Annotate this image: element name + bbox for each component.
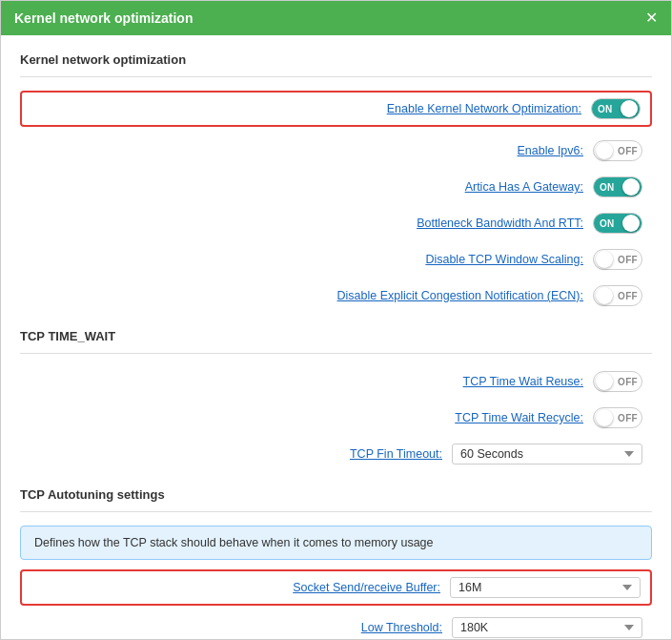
label-socket-buffer: Socket Send/receive Buffer: [231, 581, 440, 594]
section-tcp-autotuning: TCP Autotuning settings Defines how the … [20, 487, 652, 639]
label-enable-ipv6: Enable Ipv6: [374, 144, 583, 157]
toggle-enable-ipv6-wrap: OFF [593, 140, 642, 161]
dialog: Kernel network optimization ✕ Kernel net… [0, 0, 672, 640]
divider-3 [20, 511, 652, 512]
section-kernel-title: Kernel network optimization [20, 52, 652, 67]
row-tcp-fin-timeout: TCP Fin Timeout: 30 Seconds 60 Seconds 1… [20, 440, 652, 468]
toggle-bottleneck[interactable]: ON [593, 213, 642, 234]
label-gateway: Artica Has A Gateway: [374, 180, 583, 194]
toggle-tcp-recycle-wrap: OFF [593, 407, 642, 428]
toggle-tcp-recycle[interactable]: OFF [593, 407, 642, 428]
select-low-threshold[interactable]: 90K 180K 360K [452, 617, 642, 638]
row-enable-kernel: Enable Kernel Network Optimization: ON [20, 91, 652, 127]
toggle-on-text-bn: ON [600, 218, 615, 229]
toggle-off-text-recycle: OFF [618, 413, 638, 423]
toggle-tcp-window[interactable]: OFF [593, 249, 642, 270]
select-fin-timeout[interactable]: 30 Seconds 60 Seconds 120 Seconds 180 Se… [452, 444, 642, 465]
toggle-ecn-wrap: OFF [593, 285, 642, 306]
toggle-tcp-reuse-wrap: OFF [593, 371, 642, 392]
toggle-enable-kernel[interactable]: ON [591, 98, 641, 119]
toggle-knob-3 [622, 178, 640, 196]
section-tcp-autotuning-title: TCP Autotuning settings [20, 487, 652, 502]
row-bottleneck: Bottleneck Bandwidth And RTT: ON [20, 209, 652, 237]
label-tcp-reuse: TCP Time Wait Reuse: [374, 375, 583, 388]
toggle-tcp-reuse[interactable]: OFF [593, 371, 642, 392]
autotuning-info: Defines how the TCP stack should behave … [20, 526, 652, 560]
toggle-gateway[interactable]: ON [593, 176, 642, 197]
toggle-knob-2 [596, 142, 613, 159]
toggle-knob-5 [596, 251, 613, 268]
label-bottleneck: Bottleneck Bandwidth And RTT: [374, 217, 583, 230]
row-gateway: Artica Has A Gateway: ON [20, 173, 652, 201]
label-tcp-window: Disable TCP Window Scaling: [374, 253, 583, 266]
row-tcp-recycle: TCP Time Wait Recycle: OFF [20, 403, 652, 432]
socket-row-container: Socket Send/receive Buffer: 4M 8M 16M 32… [20, 569, 652, 606]
title-bar: Kernel network optimization ✕ [1, 1, 671, 35]
toggle-ecn[interactable]: OFF [593, 285, 642, 306]
row-socket-buffer: Socket Send/receive Buffer: 4M 8M 16M 32… [31, 577, 641, 598]
divider-1 [20, 76, 652, 77]
toggle-enable-ipv6[interactable]: OFF [593, 140, 642, 161]
row-ecn: Disable Explicit Congestion Notification… [20, 281, 652, 310]
toggle-off-text-ecn: OFF [618, 291, 638, 301]
select-fin-timeout-wrap: 30 Seconds 60 Seconds 120 Seconds 180 Se… [452, 444, 642, 465]
toggle-knob-7 [596, 373, 613, 390]
toggle-tcp-window-wrap: OFF [593, 249, 642, 270]
select-low-threshold-wrap: 90K 180K 360K [452, 617, 642, 638]
label-enable-kernel: Enable Kernel Network Optimization: [372, 102, 581, 115]
divider-2 [20, 353, 652, 354]
row-tcp-window: Disable TCP Window Scaling: OFF [20, 245, 652, 274]
dialog-title: Kernel network optimization [14, 10, 193, 26]
toggle-on-text-gw: ON [600, 182, 615, 193]
section-tcp-timewait-title: TCP TIME_WAIT [20, 329, 652, 343]
toggle-knob [621, 100, 638, 117]
toggle-bottleneck-wrap: ON [593, 213, 642, 234]
toggle-gateway-wrap: ON [593, 176, 642, 197]
toggle-off-text-ipv6: OFF [618, 146, 638, 156]
toggle-knob-6 [596, 287, 613, 304]
toggle-off-text-tw: OFF [618, 255, 638, 265]
section-kernel: Kernel network optimization Enable Kerne… [20, 52, 652, 310]
label-low-threshold: Low Threshold: [233, 621, 442, 634]
close-button[interactable]: ✕ [645, 10, 658, 26]
section-tcp-timewait: TCP TIME_WAIT TCP Time Wait Reuse: OFF T… [20, 329, 652, 468]
toggle-off-text-reuse: OFF [618, 377, 638, 387]
toggle-knob-8 [596, 409, 613, 426]
select-socket-buffer[interactable]: 4M 8M 16M 32M 64M [450, 577, 641, 598]
dialog-body: Kernel network optimization Enable Kerne… [1, 35, 671, 639]
label-tcp-fin-timeout: TCP Fin Timeout: [233, 447, 442, 461]
label-ecn: Disable Explicit Congestion Notification… [337, 289, 583, 302]
toggle-knob-4 [622, 215, 640, 232]
row-enable-ipv6: Enable Ipv6: OFF [20, 136, 652, 165]
row-low-threshold: Low Threshold: 90K 180K 360K [20, 613, 652, 639]
row-tcp-reuse: TCP Time Wait Reuse: OFF [20, 367, 652, 396]
toggle-on-text: ON [598, 104, 613, 114]
label-tcp-recycle: TCP Time Wait Recycle: [374, 411, 583, 424]
select-socket-buffer-wrap: 4M 8M 16M 32M 64M [450, 577, 641, 598]
toggle-enable-kernel-wrap: ON [591, 98, 641, 119]
